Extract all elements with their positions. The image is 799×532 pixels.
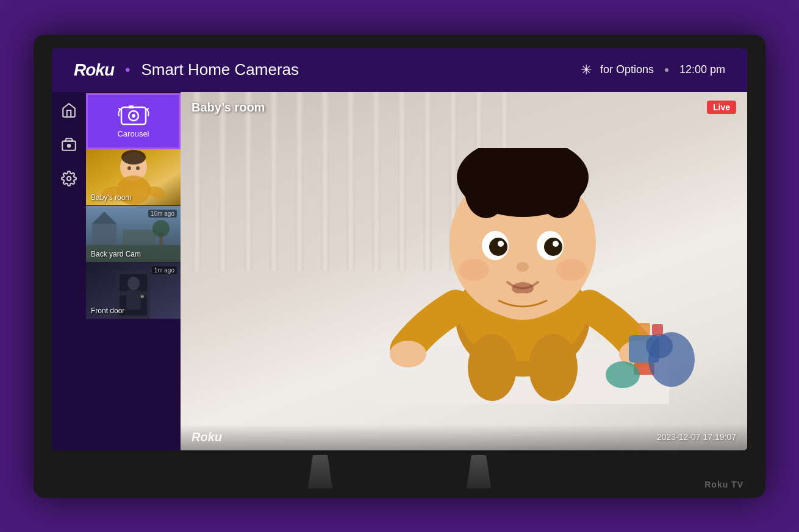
svg-point-5 bbox=[132, 114, 135, 118]
svg-point-41 bbox=[489, 238, 507, 256]
svg-point-45 bbox=[517, 262, 529, 272]
svg-point-13 bbox=[127, 166, 131, 170]
roku-logo: Roku bbox=[74, 60, 114, 80]
svg-point-37 bbox=[465, 163, 507, 218]
stand-leg-left bbox=[308, 455, 332, 489]
live-badge: Live bbox=[707, 101, 736, 114]
camera-item-carousel[interactable]: Carousel bbox=[86, 93, 181, 149]
tv-screen: Roku • Smart Home Cameras ✳ for Options … bbox=[52, 48, 747, 450]
svg-rect-17 bbox=[92, 224, 116, 245]
video-overlay-top: Baby’s room Live bbox=[181, 92, 747, 123]
toys-image bbox=[604, 317, 702, 396]
svg-point-42 bbox=[544, 238, 562, 256]
video-overlay-bottom: Roku 2023-12-07 17:19:07 bbox=[181, 424, 747, 450]
sidebar-item-media[interactable] bbox=[58, 133, 80, 155]
svg-point-56 bbox=[606, 361, 640, 388]
video-timestamp: 2023-12-07 17:19:07 bbox=[657, 432, 736, 442]
video-placeholder: Baby’s room Live Roku 2023-12-07 17:19:0… bbox=[181, 92, 747, 450]
svg-point-51 bbox=[529, 334, 578, 401]
roku-watermark: Roku bbox=[192, 430, 222, 444]
options-icon: ✳ bbox=[581, 62, 592, 78]
options-label: for Options bbox=[600, 63, 654, 76]
svg-point-55 bbox=[646, 334, 673, 358]
main-video: Baby’s room Live Roku 2023-12-07 17:19:0… bbox=[181, 92, 747, 450]
frontdoor-label: Front door bbox=[91, 307, 124, 315]
tv-frame: Roku • Smart Home Cameras ✳ for Options … bbox=[34, 35, 765, 498]
svg-point-26 bbox=[127, 277, 140, 290]
carousel-label: Carousel bbox=[117, 129, 149, 138]
stand-leg-right bbox=[467, 455, 491, 489]
header-left: Roku • Smart Home Cameras bbox=[74, 60, 299, 80]
svg-point-47 bbox=[459, 259, 489, 281]
svg-point-14 bbox=[136, 166, 140, 170]
carousel-icon bbox=[118, 104, 149, 127]
svg-point-1 bbox=[67, 143, 71, 147]
svg-point-9 bbox=[121, 150, 146, 165]
tv-stand bbox=[308, 455, 491, 489]
svg-point-44 bbox=[553, 241, 559, 247]
svg-point-38 bbox=[538, 163, 581, 218]
svg-rect-29 bbox=[141, 291, 149, 296]
content-area: Carousel bbox=[52, 92, 747, 450]
video-camera-name: Baby’s room bbox=[192, 101, 265, 115]
svg-point-50 bbox=[468, 334, 517, 401]
frontdoor-time: 1m ago bbox=[152, 266, 177, 274]
svg-rect-27 bbox=[126, 290, 141, 310]
svg-rect-6 bbox=[129, 105, 134, 108]
sidebar bbox=[52, 92, 86, 450]
svg-point-33 bbox=[390, 341, 426, 367]
sidebar-item-settings[interactable] bbox=[58, 168, 80, 190]
sidebar-item-home[interactable] bbox=[58, 99, 80, 121]
svg-rect-19 bbox=[123, 230, 156, 245]
backyard-label: Back yard Cam bbox=[91, 250, 141, 258]
svg-rect-58 bbox=[652, 324, 663, 335]
camera-item-babys-room[interactable]: Baby's room bbox=[86, 149, 181, 206]
dot-separator bbox=[665, 68, 668, 72]
header: Roku • Smart Home Cameras ✳ for Options … bbox=[52, 48, 747, 92]
svg-point-2 bbox=[67, 176, 71, 180]
svg-point-43 bbox=[498, 241, 504, 247]
crib-scene bbox=[181, 92, 747, 450]
svg-rect-57 bbox=[638, 323, 650, 335]
tv-brand-label: Roku TV bbox=[704, 480, 743, 489]
svg-point-21 bbox=[152, 220, 170, 237]
header-right: ✳ for Options 12:00 pm bbox=[581, 62, 725, 78]
header-separator: • bbox=[125, 62, 130, 79]
svg-point-46 bbox=[512, 282, 534, 294]
backyard-time: 10m ago bbox=[148, 210, 177, 218]
camera-list: Carousel bbox=[86, 92, 181, 450]
camera-item-backyard[interactable]: 10m ago Back yard Cam bbox=[86, 206, 181, 263]
svg-rect-28 bbox=[118, 291, 126, 296]
camera-item-frontdoor[interactable]: 1m ago Front door bbox=[86, 263, 181, 319]
svg-point-48 bbox=[556, 259, 587, 281]
app-title: Smart Home Cameras bbox=[141, 60, 299, 79]
babys-room-label: Baby's room bbox=[91, 193, 131, 202]
clock: 12:00 pm bbox=[679, 63, 725, 76]
